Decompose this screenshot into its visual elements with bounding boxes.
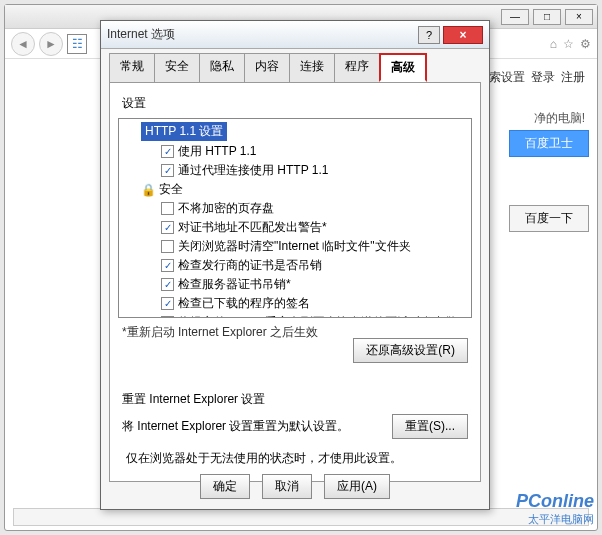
forward-button[interactable]: ► — [39, 32, 63, 56]
reset-description: 将 Internet Explorer 设置重置为默认设置。 — [122, 418, 349, 435]
checkbox-icon[interactable] — [161, 259, 174, 272]
tree-item[interactable]: 将提交的 POST 重定向到不允许发送的区域时发出警 — [121, 313, 469, 318]
watermark-logo: PConline 太平洋电脑网 — [516, 491, 594, 527]
lock-icon: 🔒 — [141, 183, 155, 197]
tree-item[interactable]: 检查发行商的证书是否吊销 — [121, 256, 469, 275]
dialog-title-bar: Internet 选项 ? × — [101, 21, 489, 49]
tree-item[interactable]: 通过代理连接使用 HTTP 1.1 — [121, 161, 469, 180]
tab-general[interactable]: 常规 — [109, 53, 155, 82]
ok-button[interactable]: 确定 — [200, 474, 250, 499]
tree-group-security: 🔒安全 — [121, 180, 469, 199]
logo-subtext: 太平洋电脑网 — [516, 512, 594, 527]
tree-item[interactable]: 对证书地址不匹配发出警告* — [121, 218, 469, 237]
restore-defaults-button[interactable]: 还原高级设置(R) — [353, 338, 468, 363]
tab-privacy[interactable]: 隐私 — [199, 53, 245, 82]
checkbox-icon[interactable] — [161, 164, 174, 177]
dialog-title: Internet 选项 — [107, 26, 418, 43]
baidu-search-button[interactable]: 百度一下 — [509, 205, 589, 232]
settings-icon[interactable]: ⚙ — [580, 37, 591, 51]
favorites-icon[interactable]: ☆ — [563, 37, 574, 51]
tab-content-advanced: 设置 HTTP 1.1 设置 使用 HTTP 1.1 通过代理连接使用 HTTP… — [109, 82, 481, 482]
apply-button[interactable]: 应用(A) — [324, 474, 390, 499]
cancel-button[interactable]: 取消 — [262, 474, 312, 499]
side-panel-2: 百度一下 — [509, 205, 589, 238]
tree-group-http: HTTP 1.1 设置 — [121, 121, 469, 142]
search-settings-link[interactable]: 索设置 — [489, 69, 525, 86]
dialog-help-button[interactable]: ? — [418, 26, 440, 44]
tab-security[interactable]: 安全 — [154, 53, 200, 82]
checkbox-icon[interactable] — [161, 297, 174, 310]
maximize-button[interactable]: □ — [533, 9, 561, 25]
checkbox-icon[interactable] — [161, 240, 174, 253]
http-header: HTTP 1.1 设置 — [141, 122, 227, 141]
tree-item[interactable]: 使用 HTTP 1.1 — [121, 142, 469, 161]
settings-tree[interactable]: HTTP 1.1 设置 使用 HTTP 1.1 通过代理连接使用 HTTP 1.… — [118, 118, 472, 318]
baidu-guard-button[interactable]: 百度卫士 — [509, 130, 589, 157]
register-link[interactable]: 注册 — [561, 69, 585, 86]
site-icon: ☷ — [67, 34, 87, 54]
dialog-close-button[interactable]: × — [443, 26, 483, 44]
minimize-button[interactable]: — — [501, 9, 529, 25]
checkbox-icon[interactable] — [161, 202, 174, 215]
tree-item[interactable]: 不将加密的页存盘 — [121, 199, 469, 218]
home-icon[interactable]: ⌂ — [550, 37, 557, 51]
login-link[interactable]: 登录 — [531, 69, 555, 86]
reset-hint: 仅在浏览器处于无法使用的状态时，才使用此设置。 — [126, 449, 464, 467]
checkbox-icon[interactable] — [161, 145, 174, 158]
tab-advanced[interactable]: 高级 — [379, 53, 427, 82]
checkbox-icon[interactable] — [161, 316, 174, 318]
tab-row: 常规 安全 隐私 内容 连接 程序 高级 — [101, 49, 489, 82]
reset-section: 重置 Internet Explorer 设置 将 Internet Explo… — [118, 391, 472, 467]
tree-item[interactable]: 关闭浏览器时清空"Internet 临时文件"文件夹 — [121, 237, 469, 256]
header-links: 索设置 登录 注册 — [489, 69, 585, 86]
dialog-footer: 确定 取消 应用(A) — [101, 474, 489, 499]
internet-options-dialog: Internet 选项 ? × 常规 安全 隐私 内容 连接 程序 高级 设置 … — [100, 20, 490, 510]
tab-content[interactable]: 内容 — [244, 53, 290, 82]
tab-programs[interactable]: 程序 — [334, 53, 380, 82]
side-panel: 百度卫士 — [509, 130, 589, 163]
tree-item[interactable]: 检查已下载的程序的签名 — [121, 294, 469, 313]
reset-title: 重置 Internet Explorer 设置 — [122, 391, 468, 408]
tab-connections[interactable]: 连接 — [289, 53, 335, 82]
tree-item[interactable]: 检查服务器证书吊销* — [121, 275, 469, 294]
reset-button[interactable]: 重置(S)... — [392, 414, 468, 439]
close-button[interactable]: × — [565, 9, 593, 25]
settings-label: 设置 — [122, 95, 472, 112]
back-button[interactable]: ◄ — [11, 32, 35, 56]
status-bar — [13, 508, 589, 526]
checkbox-icon[interactable] — [161, 278, 174, 291]
checkbox-icon[interactable] — [161, 221, 174, 234]
promo-text: 净的电脑! — [534, 110, 585, 127]
logo-text: PConline — [516, 491, 594, 512]
